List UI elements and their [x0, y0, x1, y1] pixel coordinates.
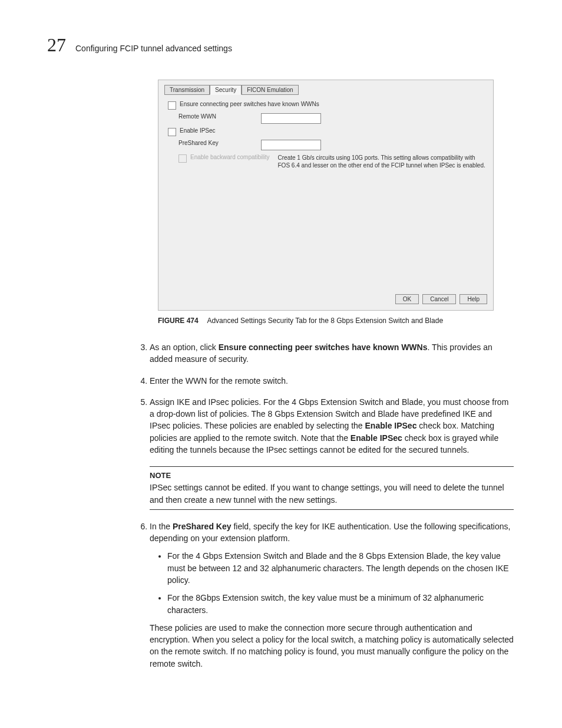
ensure-wwn-label: Ensure connecting peer switches have kno… [180, 101, 319, 107]
step-bold: Ensure connecting peer switches have kno… [219, 342, 428, 352]
sub-bullets: For the 4 Gbps Extension Switch and Blad… [150, 550, 514, 615]
step-tail-paragraph: These policies are used to make the conn… [150, 622, 514, 670]
backward-compat-checkbox [178, 154, 187, 163]
step-6: In the PreShared Key field, specify the … [150, 521, 514, 670]
step-bold: Enable IPSec [365, 421, 417, 430]
note-block: NOTE IPSec settings cannot be edited. If… [150, 466, 514, 509]
dialog-tabs: Transmission Security FICON Emulation [164, 85, 487, 95]
enable-ipsec-checkbox[interactable] [168, 128, 176, 136]
page-header: 27 Configuring FCIP tunnel advanced sett… [47, 34, 515, 56]
tab-transmission[interactable]: Transmission [164, 85, 210, 95]
preshared-key-input[interactable] [261, 140, 321, 150]
ok-button[interactable]: OK [395, 294, 419, 304]
tab-security[interactable]: Security [210, 85, 242, 95]
ensure-wwn-checkbox[interactable] [168, 101, 176, 110]
step-bold: Enable IPSec [351, 433, 402, 443]
backward-compat-help: Create 1 Gb/s circuits using 10G ports. … [278, 154, 487, 169]
note-text: IPSec settings cannot be edited. If you … [150, 482, 514, 506]
backward-compat-label: Enable backward compatibility [190, 154, 270, 160]
step-5: Assign IKE and IPsec policies. For the 4… [150, 396, 514, 510]
preshared-key-label: PreShared Key [178, 140, 261, 146]
step-3: As an option, click Ensure connecting pe… [150, 341, 514, 365]
bullet-2: For the 8Gbps Extension switch, the key … [167, 592, 514, 616]
step-text: In the [150, 522, 173, 531]
step-4: Enter the WWN for the remote switch. [150, 375, 514, 387]
figure-caption-text: Advanced Settings Security Tab for the 8… [207, 317, 443, 325]
remote-wwn-label: Remote WWN [178, 113, 261, 120]
figure-number: FIGURE 474 [158, 317, 199, 325]
note-heading: NOTE [150, 470, 514, 482]
cancel-button[interactable]: Cancel [422, 294, 456, 304]
bullet-1: For the 4 Gbps Extension Switch and Blad… [167, 550, 514, 586]
help-button[interactable]: Help [459, 294, 487, 304]
figure-caption: FIGURE 474 Advanced Settings Security Ta… [158, 317, 494, 325]
step-bold: PreShared Key [173, 522, 232, 531]
step-list: As an option, click Ensure connecting pe… [137, 341, 514, 670]
chapter-title: Configuring FCIP tunnel advanced setting… [75, 44, 232, 53]
enable-ipsec-label: Enable IPSec [180, 127, 216, 134]
remote-wwn-input[interactable] [261, 113, 321, 124]
tab-ficon-emulation[interactable]: FICON Emulation [242, 85, 298, 95]
step-text: As an option, click [150, 342, 219, 352]
chapter-number: 27 [47, 34, 66, 56]
advanced-settings-dialog: Transmission Security FICON Emulation En… [158, 80, 494, 311]
